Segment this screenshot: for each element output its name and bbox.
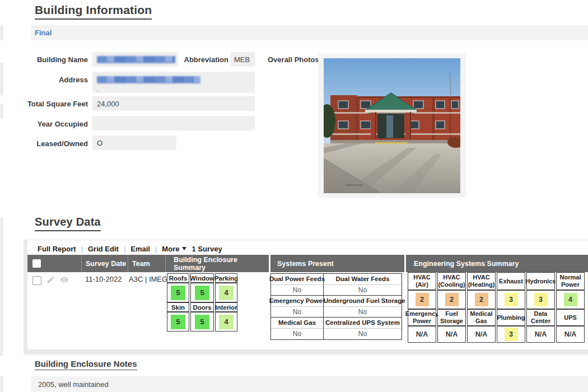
page-edge-artifact xyxy=(0,63,3,95)
full-report-button[interactable]: Full Report xyxy=(38,245,76,253)
rating-chip: 2 xyxy=(416,293,429,306)
systems-present-table: Dual Power Feeds Dual Water Feeds No No … xyxy=(270,273,402,340)
building-name-field[interactable] xyxy=(92,52,178,67)
engineering-systems-summary-table: HVAC (Air) HVAC (Cooling) HVAC (Heating)… xyxy=(408,272,585,343)
page-edge-artifact xyxy=(0,25,3,40)
building-enclosure-summary-table: Roofs Window Parking 5 5 4 Skin Doors In… xyxy=(167,273,237,332)
engineering-value-cell: N/A xyxy=(437,326,466,343)
status-bar: Final xyxy=(31,25,588,40)
engineering-value-cell: 2 xyxy=(467,290,496,309)
building-name-label: Building Name xyxy=(11,55,88,64)
system-value: No xyxy=(271,285,324,296)
overall-photos-label: Overall Photos xyxy=(268,55,319,64)
rating-chip: 4 xyxy=(219,315,234,329)
email-button[interactable]: Email xyxy=(130,245,150,253)
building-information-heading[interactable]: Building Information xyxy=(35,3,152,20)
survey-date-cell: 11-10-2022 xyxy=(85,275,122,283)
survey-toolbar: Full Report | Grid Edit | Email | More 1… xyxy=(38,243,222,254)
rating-chip: 2 xyxy=(475,293,488,306)
toolbar-separator: | xyxy=(155,245,157,253)
engineering-value-cell: N/A xyxy=(408,326,436,343)
system-value: No xyxy=(271,307,324,318)
total-square-feet-field[interactable]: 24,000 xyxy=(92,96,255,111)
engineering-value-cell: N/A xyxy=(526,326,555,343)
survey-panel: Full Report | Grid Edit | Email | More 1… xyxy=(24,240,588,354)
header-select-cell xyxy=(27,255,81,272)
abbreviation-field[interactable]: MEB xyxy=(231,52,255,67)
rating-chip: N/A xyxy=(534,328,548,341)
system-value: No xyxy=(324,307,402,318)
rating-chip: 5 xyxy=(171,286,185,300)
survey-count-label: 1 Survey xyxy=(192,245,222,253)
page-edge-artifact xyxy=(0,217,3,356)
engineering-value-cell: N/A xyxy=(556,326,585,343)
col-header-team: Team xyxy=(128,255,165,272)
enclosure-value-cell: 5 xyxy=(190,312,214,332)
rating-chip: 4 xyxy=(219,286,234,300)
building-name-redacted-text xyxy=(97,56,175,63)
system-value: No xyxy=(324,285,402,296)
more-button[interactable]: More xyxy=(162,245,186,253)
address-redacted-text xyxy=(97,76,200,83)
edit-icon[interactable] xyxy=(46,276,55,286)
engineering-header: Emergency Power xyxy=(408,309,436,326)
year-occupied-field[interactable] xyxy=(92,116,255,130)
enclosure-value-cell: 5 xyxy=(190,283,214,302)
leased-owned-label: Leased/Owned xyxy=(11,139,88,148)
building-photo[interactable] xyxy=(324,58,460,193)
enclosure-header: Window xyxy=(190,273,214,283)
enclosure-header: Roofs xyxy=(167,273,189,283)
enclosure-header: Parking xyxy=(215,273,237,283)
enclosure-value-cell: 4 xyxy=(215,312,237,332)
system-value: No xyxy=(271,329,324,340)
leased-owned-value: O xyxy=(97,139,102,147)
view-icon[interactable] xyxy=(60,276,69,286)
total-square-feet-value: 24,000 xyxy=(97,100,119,108)
status-label: Final xyxy=(31,29,52,37)
col-header-survey-date: Survey Date xyxy=(81,255,128,272)
system-value: No xyxy=(324,329,402,340)
select-all-checkbox[interactable] xyxy=(32,259,41,268)
overall-photo-frame xyxy=(318,54,466,198)
rating-chip: 5 xyxy=(171,315,185,329)
rating-chip: 5 xyxy=(195,315,209,329)
engineering-value-cell: 4 xyxy=(556,290,585,309)
col-header-building-enclosure-summary: Building Enclosure Summary xyxy=(165,255,269,272)
toolbar-separator: | xyxy=(124,245,125,253)
system-label: Dual Power Feeds xyxy=(271,274,324,285)
enclosure-header: Interior xyxy=(215,302,237,312)
rating-chip: N/A xyxy=(474,328,489,341)
engineering-header: HVAC (Air) xyxy=(408,272,436,290)
year-occupied-label: Year Occupied xyxy=(11,120,88,128)
col-header-systems-present: Systems Present xyxy=(269,255,404,272)
row-checkbox[interactable] xyxy=(32,276,41,285)
engineering-value-cell: 2 xyxy=(408,290,436,309)
engineering-header: Plumbing xyxy=(497,309,525,326)
address-line2: , xyxy=(97,86,200,92)
engineering-header: Data Center xyxy=(526,309,555,326)
engineering-header: Hydronics xyxy=(526,272,555,290)
building-information-page: Building Information Final Building Name… xyxy=(0,0,588,392)
team-cell: A3C | IMEG xyxy=(129,275,167,283)
abbreviation-value: MEB xyxy=(234,55,250,64)
engineering-header: Normal Power xyxy=(556,272,585,290)
address-field[interactable]: , xyxy=(92,72,255,93)
engineering-value-cell: 3 xyxy=(497,290,525,309)
enclosure-value-cell: 5 xyxy=(167,312,189,332)
engineering-header: Fuel Storage xyxy=(437,309,466,326)
notes-bar: 2005, well maintained xyxy=(31,376,588,392)
rating-chip: 3 xyxy=(534,293,548,306)
survey-data-heading[interactable]: Survey Data xyxy=(35,216,101,231)
system-label: Dual Water Feeds xyxy=(324,274,402,285)
enclosure-header: Skin xyxy=(167,302,189,312)
leased-owned-field[interactable]: O xyxy=(92,136,176,150)
grid-edit-button[interactable]: Grid Edit xyxy=(88,245,119,253)
engineering-header: Exhaust xyxy=(497,272,525,290)
building-enclosure-notes-heading[interactable]: Building Enclosure Notes xyxy=(35,359,137,370)
col-header-engineering-systems-summary: Engineering Systems Summary xyxy=(404,255,588,272)
system-label: Emergency Power xyxy=(271,296,324,307)
engineering-header: HVAC (Heating) xyxy=(467,272,496,290)
rating-chip: N/A xyxy=(445,328,459,341)
system-label: Medical Gas xyxy=(271,318,324,329)
toolbar-separator: | xyxy=(81,245,83,253)
